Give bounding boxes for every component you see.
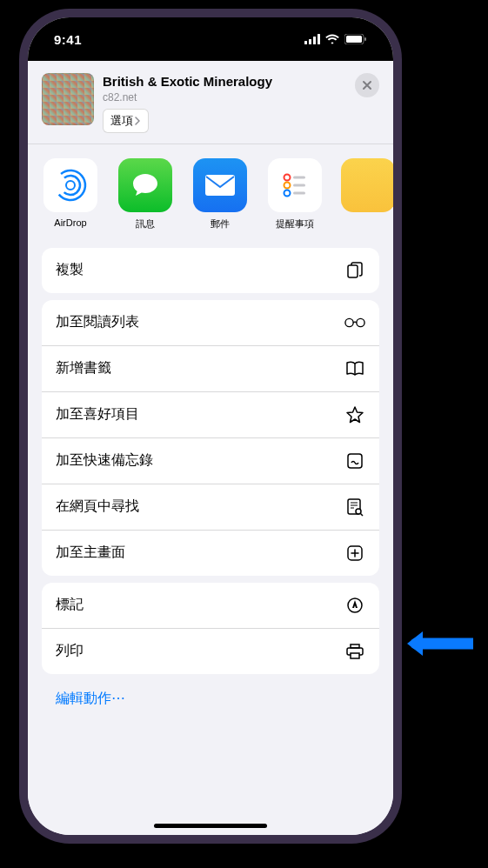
copy-icon bbox=[344, 260, 365, 281]
svg-point-19 bbox=[357, 318, 364, 326]
svg-rect-21 bbox=[348, 454, 362, 468]
plus-square-icon bbox=[344, 543, 365, 564]
action-label: 列印 bbox=[56, 642, 84, 660]
print-icon bbox=[344, 641, 365, 662]
glasses-icon bbox=[344, 312, 365, 333]
cellular-icon bbox=[304, 34, 320, 44]
home-indicator[interactable] bbox=[154, 824, 267, 828]
phone-device-frame: 9:41 British & Exotic Mineralogy c82.net… bbox=[19, 9, 402, 844]
action-print[interactable]: 列印 bbox=[42, 629, 379, 674]
options-label: 選項 bbox=[110, 113, 133, 129]
action-add-bookmark[interactable]: 新增書籤 bbox=[42, 346, 379, 392]
svg-rect-2 bbox=[313, 37, 316, 44]
svg-rect-17 bbox=[348, 265, 358, 277]
action-label: 在網頁中尋找 bbox=[56, 497, 139, 516]
app-label: 訊息 bbox=[136, 217, 155, 230]
app-notes-partial[interactable] bbox=[341, 158, 365, 230]
app-label: AirDrop bbox=[54, 217, 86, 228]
svg-rect-5 bbox=[346, 36, 362, 43]
svg-point-8 bbox=[57, 171, 84, 198]
markup-icon bbox=[344, 595, 365, 616]
svg-point-26 bbox=[356, 509, 361, 514]
page-domain: c82.net bbox=[103, 91, 346, 103]
edit-actions-link[interactable]: 編輯動作⋯ bbox=[28, 681, 393, 717]
phone-screen: 9:41 British & Exotic Mineralogy c82.net… bbox=[28, 17, 393, 835]
star-icon bbox=[344, 404, 365, 425]
svg-point-11 bbox=[284, 174, 291, 180]
chevron-right-icon bbox=[135, 117, 141, 125]
action-reading-list[interactable]: 加至閱讀列表 bbox=[42, 300, 379, 346]
messages-icon bbox=[118, 158, 172, 212]
svg-point-13 bbox=[284, 182, 291, 188]
airdrop-icon bbox=[43, 158, 97, 212]
action-label: 複製 bbox=[56, 261, 84, 279]
action-label: 加至閱讀列表 bbox=[56, 313, 139, 331]
find-icon bbox=[344, 497, 365, 517]
svg-rect-0 bbox=[304, 41, 307, 44]
action-label: 加至主畫面 bbox=[56, 544, 125, 562]
svg-point-18 bbox=[345, 318, 353, 326]
close-icon bbox=[362, 80, 372, 90]
action-group-main: 加至閱讀列表 新增書籤 加至喜好項目 bbox=[42, 300, 379, 576]
action-add-to-home[interactable]: 加至主畫面 bbox=[42, 531, 379, 576]
app-messages[interactable]: 訊息 bbox=[117, 158, 174, 230]
svg-rect-1 bbox=[309, 39, 311, 44]
action-quick-note[interactable]: 加至快速備忘錄 bbox=[42, 438, 379, 484]
wifi-icon bbox=[325, 34, 339, 44]
share-title-wrap: British & Exotic Mineralogy c82.net 選項 bbox=[103, 73, 346, 133]
page-thumbnail bbox=[42, 73, 94, 125]
svg-rect-3 bbox=[318, 34, 320, 44]
battery-icon bbox=[344, 34, 367, 44]
close-button[interactable] bbox=[355, 73, 379, 97]
svg-rect-12 bbox=[293, 176, 305, 178]
svg-rect-34 bbox=[351, 653, 359, 658]
action-label: 加至喜好項目 bbox=[56, 405, 139, 424]
action-find-on-page[interactable]: 在網頁中尋找 bbox=[42, 484, 379, 531]
dynamic-island bbox=[158, 30, 263, 57]
app-reminders[interactable]: 提醒事項 bbox=[266, 158, 324, 230]
mail-icon bbox=[193, 158, 247, 212]
svg-point-9 bbox=[52, 167, 89, 204]
app-mail[interactable]: 郵件 bbox=[191, 158, 249, 230]
page-title: British & Exotic Mineralogy bbox=[103, 73, 346, 90]
action-label: 新增書籤 bbox=[56, 359, 111, 377]
svg-rect-6 bbox=[364, 37, 366, 41]
svg-point-15 bbox=[284, 190, 291, 196]
svg-rect-10 bbox=[205, 175, 235, 196]
svg-point-7 bbox=[66, 181, 75, 190]
quick-note-icon bbox=[344, 451, 365, 471]
svg-rect-16 bbox=[293, 191, 305, 194]
notes-icon bbox=[341, 158, 393, 212]
app-label: 郵件 bbox=[211, 217, 230, 230]
action-add-favorite[interactable]: 加至喜好項目 bbox=[42, 392, 379, 438]
svg-line-27 bbox=[361, 513, 364, 516]
action-copy[interactable]: 複製 bbox=[42, 248, 379, 293]
status-time: 9:41 bbox=[54, 32, 82, 47]
share-header: British & Exotic Mineralogy c82.net 選項 bbox=[28, 61, 393, 144]
reminders-icon bbox=[268, 158, 322, 212]
share-sheet: British & Exotic Mineralogy c82.net 選項 bbox=[28, 61, 393, 835]
options-button[interactable]: 選項 bbox=[103, 109, 149, 133]
app-share-row[interactable]: AirDrop 訊息 郵件 bbox=[28, 144, 393, 241]
action-label: 加至快速備忘錄 bbox=[56, 451, 153, 470]
status-icons bbox=[304, 34, 367, 44]
book-icon bbox=[344, 358, 365, 379]
action-group-markup: 標記 列印 bbox=[42, 583, 379, 674]
callout-arrow bbox=[404, 628, 473, 659]
app-airdrop[interactable]: AirDrop bbox=[42, 158, 99, 230]
action-markup[interactable]: 標記 bbox=[42, 583, 379, 629]
svg-rect-14 bbox=[293, 184, 305, 186]
app-label: 提醒事項 bbox=[276, 217, 314, 230]
action-label: 標記 bbox=[56, 596, 84, 614]
action-group-copy: 複製 bbox=[42, 248, 379, 293]
